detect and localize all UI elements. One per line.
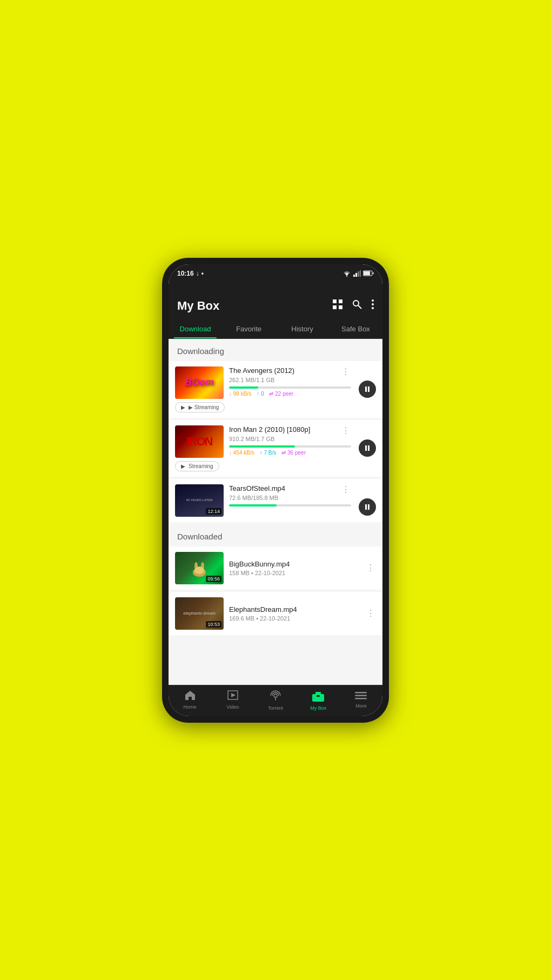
status-left: 10:16 ↓ • <box>177 270 204 277</box>
svg-rect-22 <box>368 504 369 510</box>
svg-rect-10 <box>333 305 337 309</box>
svg-rect-3 <box>358 271 359 277</box>
download-indicator-icon: ↓ <box>196 270 199 277</box>
speed-row: ↓ 98 kB/s ↑ 0 ⇌ 22 peer <box>229 391 351 397</box>
item-details-tears: TearsOfSteel.mp4 ⋮ 72.6 MB/185.8 MB <box>229 484 351 509</box>
svg-rect-21 <box>365 504 367 510</box>
svg-point-27 <box>274 694 277 697</box>
tab-download[interactable]: Download <box>169 319 222 338</box>
item-meta: 158 MB • 22-10-2021 <box>229 570 360 576</box>
pause-button[interactable] <box>359 381 376 398</box>
phone-device: 10:16 ↓ • My Box <box>162 258 389 723</box>
item-menu-icon[interactable]: ⋮ <box>340 425 351 436</box>
play-icon <box>227 690 239 703</box>
thumbnail-ironman: IRON <box>175 425 224 458</box>
thumb-duration: 10:53 <box>206 621 221 628</box>
svg-rect-7 <box>373 272 374 275</box>
svg-rect-2 <box>355 273 357 277</box>
progress-bar-fill <box>229 504 277 506</box>
toolbar: My Box <box>169 295 382 319</box>
item-menu-icon[interactable]: ⋮ <box>365 608 376 618</box>
speed-peer: ⇌ 22 peer <box>269 391 293 397</box>
svg-point-15 <box>372 303 374 305</box>
nav-item-torrent[interactable]: Torrent <box>254 690 297 711</box>
phone-screen: 10:16 ↓ • My Box <box>169 264 382 716</box>
item-size: 910.2 MB/1.7 GB <box>229 436 351 442</box>
nav-label-more: More <box>355 703 367 709</box>
box-icon <box>311 690 325 704</box>
status-time: 10:16 <box>177 270 194 277</box>
more-vert-icon[interactable] <box>372 299 374 312</box>
item-title: TearsOfSteel.mp4 <box>229 484 285 494</box>
item-menu-icon[interactable]: ⋮ <box>365 563 376 573</box>
item-menu-icon[interactable]: ⋮ <box>340 484 351 495</box>
page-title: My Box <box>177 299 219 313</box>
svg-point-26 <box>194 566 204 574</box>
svg-rect-1 <box>353 275 355 277</box>
svg-line-13 <box>358 305 361 309</box>
status-right <box>342 270 374 277</box>
item-title: Iron Man 2 (2010) [1080p] <box>229 425 310 435</box>
item-meta: 169.6 MB • 22-10-2021 <box>229 615 360 622</box>
thumb-duration: 12:14 <box>206 508 221 515</box>
downloaded-header: Downloaded <box>169 524 382 544</box>
speed-up: ↑ 7 B/s <box>260 450 277 456</box>
dot-indicator: • <box>201 270 204 277</box>
item-details-ironman: Iron Man 2 (2010) [1080p] ⋮ 910.2 MB/1.7… <box>229 425 351 456</box>
toolbar-icons <box>333 299 374 312</box>
speed-up: ↑ 0 <box>257 391 264 397</box>
nav-item-home[interactable]: Home <box>169 690 211 711</box>
home-icon <box>184 690 196 703</box>
tab-safebox[interactable]: Safe Box <box>329 319 382 338</box>
streaming-button[interactable]: ▶ Streaming <box>175 461 219 471</box>
nav-label-home: Home <box>184 704 197 710</box>
streaming-button[interactable]: ▶ ▶ Streaming <box>175 402 225 412</box>
svg-rect-6 <box>364 271 370 275</box>
nav-item-more[interactable]: More <box>340 690 382 711</box>
svg-rect-31 <box>317 695 320 697</box>
tab-favorite[interactable]: Favorite <box>222 319 276 338</box>
list-item: 40 YEARS LATER 12:14 TearsOfSteel.mp4 ⋮ … <box>169 479 382 522</box>
nav-label-video: Video <box>226 704 239 710</box>
svg-rect-34 <box>355 698 367 699</box>
tab-history[interactable]: History <box>276 319 329 338</box>
downloading-header: Downloading <box>169 339 382 359</box>
dl-item-info: BigBuckBunny.mp4 158 MB • 22-10-2021 <box>229 560 360 576</box>
svg-rect-4 <box>360 270 361 277</box>
svg-rect-33 <box>355 695 367 696</box>
nav-label-torrent: Torrent <box>268 705 283 711</box>
grid-icon[interactable] <box>333 299 342 312</box>
streaming-icon: ▶ <box>181 463 185 469</box>
pause-button[interactable] <box>359 498 376 516</box>
nav-item-mybox[interactable]: My Box <box>297 690 340 711</box>
svg-rect-11 <box>339 305 342 309</box>
list-item: 09:56 BigBuckBunny.mp4 158 MB • 22-10-20… <box>169 546 382 590</box>
speed-down: ↓ 454 kB/s <box>229 450 254 456</box>
svg-point-0 <box>346 276 347 277</box>
progress-bar-bg <box>229 504 351 506</box>
signal-icon <box>353 270 361 277</box>
item-title: ElephantsDream.mp4 <box>229 605 360 614</box>
thumbnail-bigbuck: 09:56 <box>175 552 224 584</box>
status-bar-area: 10:16 ↓ • <box>169 264 382 295</box>
progress-bar-bg <box>229 445 351 448</box>
search-icon[interactable] <box>352 299 362 312</box>
svg-rect-17 <box>365 386 367 392</box>
svg-rect-9 <box>339 299 342 303</box>
thumbnail-tears: 40 YEARS LATER 12:14 <box>175 484 224 517</box>
item-size: 262.1 MB/1.1 GB <box>229 377 351 383</box>
list-item: elephants dream 10:53 ElephantsDream.mp4… <box>169 592 382 635</box>
nav-item-video[interactable]: Video <box>211 690 254 711</box>
svg-rect-18 <box>368 386 369 392</box>
list-item: BOom The Avengers (2012) ⋮ 262.1 MB/1.1 … <box>169 361 382 418</box>
svg-rect-30 <box>315 692 321 695</box>
item-menu-icon[interactable]: ⋮ <box>340 366 351 377</box>
nav-label-mybox: My Box <box>310 705 326 711</box>
svg-rect-8 <box>333 299 337 303</box>
dl-item-info: ElephantsDream.mp4 169.6 MB • 22-10-2021 <box>229 605 360 622</box>
svg-rect-19 <box>365 445 367 451</box>
thumbnail-avengers: BOom <box>175 366 224 399</box>
tabs-bar: Download Favorite History Safe Box <box>169 319 382 339</box>
pause-button[interactable] <box>359 439 376 457</box>
item-size: 72.6 MB/185.8 MB <box>229 495 351 501</box>
